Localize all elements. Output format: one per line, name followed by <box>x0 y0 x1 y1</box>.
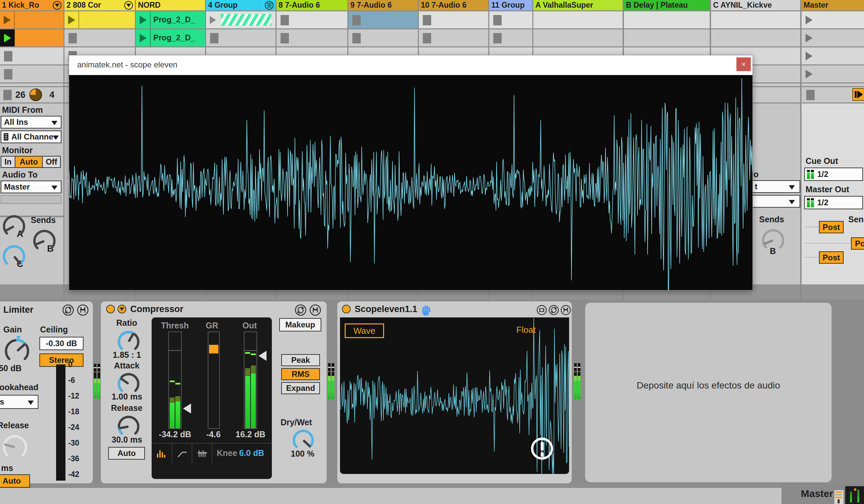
hot-swap-icon[interactable] <box>62 304 74 316</box>
device-thumbnail[interactable] <box>834 490 844 504</box>
clip-slot[interactable] <box>624 11 710 28</box>
clip-stop-button[interactable] <box>3 90 12 100</box>
clip-slot[interactable] <box>802 29 864 46</box>
release-value[interactable]: 300 ms <box>0 463 26 473</box>
rms-button[interactable]: RMS <box>281 368 320 380</box>
clip-slot[interactable] <box>533 29 623 46</box>
thresh-meter[interactable] <box>168 331 182 429</box>
clip-playing-icon[interactable] <box>4 34 11 42</box>
clip-stop-icon[interactable] <box>210 16 216 24</box>
comp-auto-button[interactable]: Auto <box>108 447 145 459</box>
makeup-button[interactable]: Makeup <box>279 318 321 331</box>
clip-stop-button[interactable] <box>280 15 289 25</box>
post-toggle-a[interactable]: Post <box>819 221 844 233</box>
clip[interactable]: Prog_2_D_ <box>136 29 205 46</box>
clip-play-icon[interactable] <box>140 16 147 24</box>
clip-stop-button[interactable] <box>806 90 815 100</box>
window-titlebar[interactable]: animatek.net - scope eleven × <box>69 56 753 75</box>
clip-stop-button[interactable] <box>280 33 289 44</box>
clip-slot[interactable] <box>419 29 488 46</box>
clip-slot[interactable] <box>419 11 488 28</box>
midi-channel-select[interactable]: All Channe <box>1 131 61 143</box>
track-header[interactable]: 8 7-Audio 6 <box>277 0 347 10</box>
clip-stop-button[interactable] <box>493 33 502 44</box>
midi-input-select[interactable]: All Ins <box>1 116 61 128</box>
chevron-down-icon[interactable] <box>53 1 61 10</box>
chevron-down-icon[interactable] <box>124 1 133 10</box>
track-header[interactable]: Master <box>802 0 864 10</box>
clip-stop-button[interactable] <box>493 15 502 25</box>
lookahead-select[interactable]: ms <box>0 395 38 409</box>
clip-slot[interactable] <box>802 11 864 28</box>
scene-launch-icon[interactable] <box>806 52 813 60</box>
device-on-led[interactable] <box>342 305 351 314</box>
clip[interactable]: Prog_2_D_ <box>136 11 205 28</box>
clip[interactable] <box>0 11 63 28</box>
close-icon[interactable]: × <box>736 58 751 71</box>
ratio-value[interactable]: 1.85 : 1 <box>106 350 148 360</box>
track-header[interactable]: 4 Group <box>206 0 276 10</box>
hot-swap-icon[interactable] <box>295 304 307 316</box>
scene-launch-icon[interactable] <box>806 16 813 24</box>
clip-stop-button[interactable] <box>423 33 431 44</box>
transfer-curve-icon[interactable] <box>177 449 188 458</box>
clip-slot[interactable] <box>348 11 418 28</box>
clip-stop-button[interactable] <box>4 51 12 61</box>
clip-slot[interactable] <box>489 29 532 46</box>
clip-play-icon[interactable] <box>68 16 75 24</box>
track-header[interactable]: 9 7-Audio 6 <box>348 0 418 10</box>
monitor-auto-button[interactable]: Auto <box>15 156 43 168</box>
clip-slot[interactable] <box>206 29 276 46</box>
save-preset-icon[interactable] <box>561 305 571 316</box>
save-preset-icon[interactable] <box>77 304 89 316</box>
clip[interactable] <box>64 11 135 28</box>
clip-slot[interactable] <box>624 29 710 46</box>
drywet-value[interactable]: 100 % <box>287 449 319 459</box>
master-out-select[interactable]: 1/2 <box>804 196 863 209</box>
clip-slot[interactable] <box>277 11 347 28</box>
clip-stop-button[interactable] <box>4 69 12 79</box>
clip-slot[interactable] <box>489 11 532 28</box>
scene-launch-icon[interactable] <box>806 34 813 42</box>
menu-icon[interactable] <box>265 1 274 10</box>
clip-play-icon[interactable] <box>140 34 147 42</box>
gain-knob[interactable] <box>2 336 32 366</box>
scene-launch-icon[interactable] <box>806 70 813 78</box>
send-A-knob[interactable] <box>0 212 28 240</box>
send-C-knob[interactable] <box>0 242 28 270</box>
device-on-led[interactable] <box>106 305 115 314</box>
float-window-icon[interactable] <box>536 305 547 316</box>
track-header[interactable]: 2 808 Cor <box>64 0 135 10</box>
fold-device-icon[interactable] <box>118 305 126 314</box>
clip-slot-recording-armed[interactable] <box>206 11 276 28</box>
track-header[interactable]: NORD <box>136 0 205 10</box>
wave-mode-button[interactable]: Wave <box>345 323 384 338</box>
ceiling-field[interactable]: -0.30 dB <box>39 337 84 350</box>
peak-button[interactable]: Peak <box>281 354 320 366</box>
post-toggle-c[interactable]: Post <box>819 251 844 264</box>
clip-stop-button[interactable] <box>210 33 218 44</box>
clip-slot[interactable] <box>0 65 63 83</box>
clip-slot[interactable] <box>711 29 800 46</box>
track-header[interactable]: 1 Kick_Ro <box>0 0 63 10</box>
track-header[interactable]: 10 7-Audio 6 <box>419 0 488 10</box>
cue-out-select[interactable]: 1/2 <box>804 168 863 181</box>
release-knob[interactable] <box>0 432 30 462</box>
track-header[interactable]: B Delay | Plateau <box>624 0 710 10</box>
comp-release-value[interactable]: 30.0 ms <box>106 435 148 445</box>
clip-slot[interactable] <box>711 11 800 28</box>
sub-output-field[interactable] <box>1 195 61 204</box>
clip-slot[interactable] <box>348 29 418 46</box>
clip-stop-button[interactable] <box>423 15 431 25</box>
clip-stop-button[interactable] <box>352 15 361 25</box>
device-thumbnail[interactable] <box>845 486 864 504</box>
track-header[interactable]: A ValhallaSuper <box>533 0 623 10</box>
activity-view-icon[interactable] <box>156 449 167 458</box>
audio-output-select[interactable]: Master <box>1 181 61 193</box>
monitor-off-button[interactable]: Off <box>42 156 61 168</box>
post-toggle-b[interactable]: Post <box>851 237 864 250</box>
clip-slot[interactable] <box>802 47 864 64</box>
clip-slot[interactable] <box>64 29 135 46</box>
clip-slot[interactable] <box>802 65 864 83</box>
save-preset-icon[interactable] <box>309 304 321 316</box>
